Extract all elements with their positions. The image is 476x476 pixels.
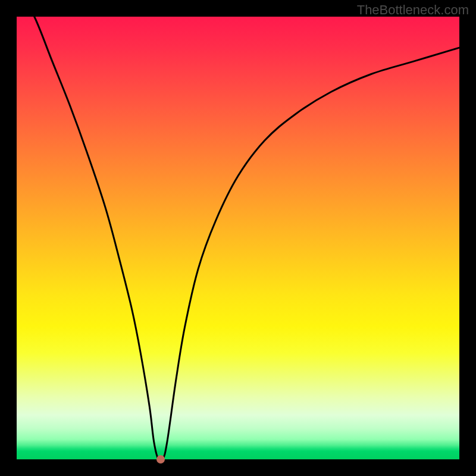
optimum-point-marker — [156, 455, 165, 464]
bottleneck-curve — [17, 17, 459, 459]
plot-area — [17, 17, 459, 459]
watermark-text: TheBottleneck.com — [357, 2, 469, 18]
